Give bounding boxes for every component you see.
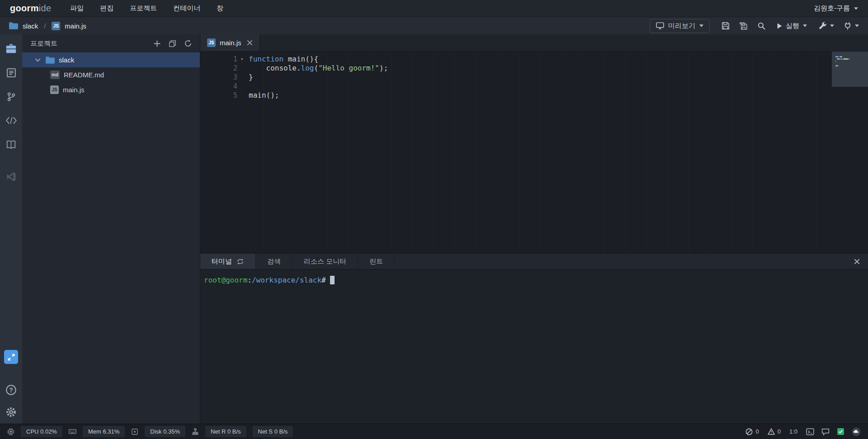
breadcrumb-project[interactable]: slack [23,22,38,30]
line-number: 2 [200,64,237,73]
cloud-icon [852,427,861,436]
line-number: 5 [200,91,237,100]
menu-item-3[interactable]: 컨테이너 [173,4,200,13]
terminal-tab-label: 리소스 모니터 [304,257,346,266]
activity-files-button[interactable] [4,66,18,80]
editor-tabbar: JS main.js [200,34,868,52]
error-count[interactable]: 0 [745,428,759,435]
activity-project-button[interactable] [4,42,18,56]
toolbar-actions [722,22,765,30]
run-button[interactable]: 실행 [777,22,807,30]
chip-icon [7,428,14,435]
terminal-tab-lint[interactable]: 린트 [358,254,395,269]
menubar: goormide 파일편집프로젝트컨테이너창 김원호-구름 [0,0,868,17]
chat-icon [821,428,830,435]
terminal[interactable]: root@goorm:/workspace/slack# [200,269,868,424]
toolbar: slack / JS main.js 미리보기 실행 [0,17,868,34]
toolbar-menus [819,22,859,30]
warning-count[interactable]: 0 [768,428,781,435]
chat-button[interactable] [821,428,830,435]
plug-button[interactable] [844,22,859,30]
terminal-tabs: 터미널검색리소스 모니터린트 [200,254,395,269]
preview-button[interactable]: 미리보기 [650,19,710,33]
activity-vscode-button[interactable] [4,170,18,184]
monitor-icon [656,22,664,29]
fold-marker [237,64,249,73]
caret-icon [855,24,859,27]
tab-main-js[interactable]: JS main.js [200,34,260,51]
file-main-js[interactable]: JSmain.js [22,82,200,97]
menu-item-0[interactable]: 파일 [70,4,84,13]
activity-book-button[interactable] [4,137,18,151]
save-all-button[interactable] [739,22,748,30]
close-icon[interactable] [247,40,253,46]
terminal-cursor [330,276,335,284]
collapse-all-button[interactable] [169,40,176,47]
terminal-prompt: root@goorm:/workspace/slack# [204,276,330,284]
activity-gear-button[interactable] [4,405,18,419]
md-file-icon: md [50,71,60,79]
code-text: console.log("Hello goorm!"); [249,64,388,73]
status-cpu: CPU 0.02% [21,426,62,437]
chevron-down-icon [803,24,807,27]
fold-marker[interactable]: ▾ [237,55,249,64]
new-file-button[interactable] [154,40,160,47]
folder-slack[interactable]: slack [22,52,200,67]
chevron-down-icon[interactable] [35,58,42,62]
line-number: 4 [200,82,237,91]
app-logo[interactable]: goormide [10,3,51,14]
code-lines: 1▾function main(){2 console.log("Hello g… [200,52,868,100]
folder-name: slack [59,56,74,64]
activity-help-button[interactable]: ? [4,383,18,397]
logo-ide: ide [39,3,52,14]
close-panel-button[interactable] [854,259,868,264]
activity-code-button[interactable] [4,113,18,127]
save-icon [722,22,730,30]
code-text: function main(){ [249,55,318,64]
code-editor[interactable]: 1▾function main(){2 console.log("Hello g… [200,52,868,253]
file-readme-md[interactable]: mdREADME.md [22,67,200,82]
toolbar-right: 미리보기 실행 [650,19,859,33]
menu-item-4[interactable]: 창 [217,4,223,13]
fold-marker [237,82,249,91]
terminal-tab-search[interactable]: 검색 [256,254,292,269]
minimap-viewport [832,52,868,87]
terminal-tabbar: 터미널검색리소스 모니터린트 [200,253,868,269]
terminal-icon [806,428,814,435]
cloud-button[interactable] [852,427,861,436]
explorer-header: 프로젝트 [22,34,200,52]
search-button[interactable] [757,22,765,30]
terminal-tab-resource-monitor[interactable]: 리소스 모니터 [292,254,358,269]
user-name: 김원호-구름 [814,4,850,13]
git-branch-icon [6,92,16,102]
activity-expand-button[interactable] [4,350,18,364]
wrench-button[interactable] [819,22,834,30]
code-line-1: 1▾function main(){ [200,55,868,64]
breadcrumb-file[interactable]: main.js [65,22,86,30]
files-icon [6,68,16,78]
statusbar-left: CPU 0.02%Mem 6.31%Disk 0.35%Net R 0 B/sN… [7,426,293,437]
save-button[interactable] [722,22,730,30]
terminal-button[interactable] [806,428,814,435]
warning-icon [768,428,775,435]
minimap[interactable] [832,52,868,253]
refresh-button[interactable] [184,40,192,47]
activity-git-branch-button[interactable] [4,90,18,104]
book-icon [6,140,16,149]
tab-label: main.js [220,39,241,47]
user-menu[interactable]: 김원호-구름 [814,4,858,13]
line-number: 1 [200,55,237,64]
caret-icon [830,24,834,27]
menu-item-2[interactable]: 프로젝트 [130,4,157,13]
terminal-tab-terminal[interactable]: 터미널 [200,254,256,269]
menu-item-1[interactable]: 편집 [100,4,113,13]
js-file-icon: JS [50,85,59,94]
fold-marker [237,91,249,100]
network-icon [192,428,199,435]
connected-button[interactable] [837,428,844,435]
explorer-actions [154,40,192,47]
chevron-down-icon [854,7,858,10]
wrench-icon [819,22,827,30]
vscode-icon [6,172,16,182]
status-mem: Mem 6.31% [83,426,125,437]
